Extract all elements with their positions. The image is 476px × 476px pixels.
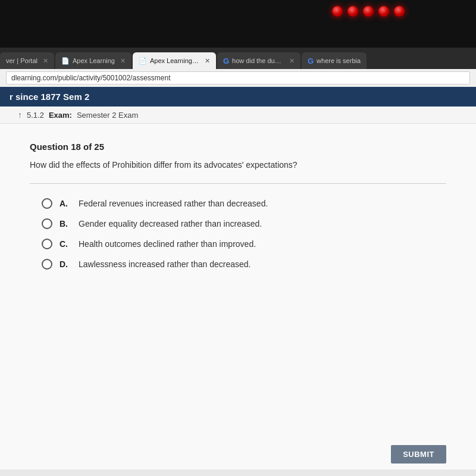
red-light-5	[394, 6, 405, 17]
tab-icon-apex1: 📄	[61, 57, 70, 65]
red-light-4	[378, 6, 389, 17]
option-c-letter: C.	[60, 239, 71, 249]
breadcrumb-section: 5.1.2	[27, 111, 44, 120]
breadcrumb-bar: ↑ 5.1.2 Exam: Semester 2 Exam	[0, 107, 476, 124]
radio-c[interactable]	[42, 239, 52, 249]
option-a-letter: A.	[60, 199, 71, 208]
submit-button[interactable]: SUBMIT	[391, 445, 446, 464]
option-c-text: Health outcomes declined rather than imp…	[79, 239, 256, 249]
option-b[interactable]: B. Gender equality decreased rather than…	[42, 218, 446, 229]
submit-area: SUBMIT	[0, 433, 476, 469]
tab-dust[interactable]: G how did the dust bow ✕	[217, 52, 300, 69]
breadcrumb-arrow-icon: ↑	[18, 110, 22, 120]
question-text: How did the effects of Prohibition diffe…	[30, 159, 446, 171]
options-list: A. Federal revenues increased rather tha…	[42, 198, 446, 270]
bottom-area: ↖	[0, 469, 476, 476]
red-light-1	[332, 6, 343, 17]
breadcrumb-title: Semester 2 Exam	[77, 111, 138, 120]
option-d-text: Lawlessness increased rather than decrea…	[79, 259, 251, 269]
radio-b[interactable]	[42, 218, 52, 229]
tab-icon-google2: G	[308, 57, 314, 65]
top-dark-area	[0, 0, 476, 48]
radio-d[interactable]	[42, 259, 52, 270]
tab-portal[interactable]: ver | Portal ✕	[0, 52, 54, 69]
browser-chrome: ver | Portal ✕ 📄 Apex Learning ✕ 📄 Apex …	[0, 48, 476, 87]
question-number: Question 18 of 25	[30, 142, 446, 152]
option-a-text: Federal revenues increased rather than d…	[79, 199, 268, 208]
option-c[interactable]: C. Health outcomes declined rather than …	[42, 239, 446, 249]
radio-a[interactable]	[42, 198, 52, 209]
breadcrumb-exam-label: Exam:	[49, 111, 72, 120]
tab-serbia[interactable]: G where is serbia	[302, 52, 367, 69]
site-title: r since 1877 Sem 2	[10, 92, 89, 102]
tab-close-apex2[interactable]: ✕	[205, 57, 210, 65]
option-d-letter: D.	[60, 259, 71, 269]
tab-close-dust[interactable]: ✕	[289, 57, 295, 65]
tab-bar: ver | Portal ✕ 📄 Apex Learning ✕ 📄 Apex …	[0, 48, 476, 69]
tab-icon-apex2: 📄	[139, 57, 147, 65]
tab-apex2[interactable]: 📄 Apex Learning – Cours ✕	[133, 52, 216, 69]
tab-close-apex1[interactable]: ✕	[120, 57, 126, 65]
address-bar	[0, 69, 476, 87]
option-d[interactable]: D. Lawlessness increased rather than dec…	[42, 259, 446, 270]
option-b-text: Gender equality decreased rather than in…	[79, 219, 262, 228]
red-light-3	[363, 6, 374, 17]
site-header: r since 1877 Sem 2	[0, 87, 476, 107]
red-lights-decoration	[332, 6, 405, 17]
address-input[interactable]	[6, 71, 470, 84]
tab-close-portal[interactable]: ✕	[43, 57, 48, 65]
option-a[interactable]: A. Federal revenues increased rather tha…	[42, 198, 446, 209]
main-content: Question 18 of 25 How did the effects of…	[0, 124, 476, 433]
option-b-letter: B.	[60, 219, 71, 228]
tab-icon-google1: G	[223, 57, 229, 65]
question-divider	[30, 183, 446, 184]
red-light-2	[347, 6, 358, 17]
tab-apex1[interactable]: 📄 Apex Learning ✕	[55, 52, 131, 69]
